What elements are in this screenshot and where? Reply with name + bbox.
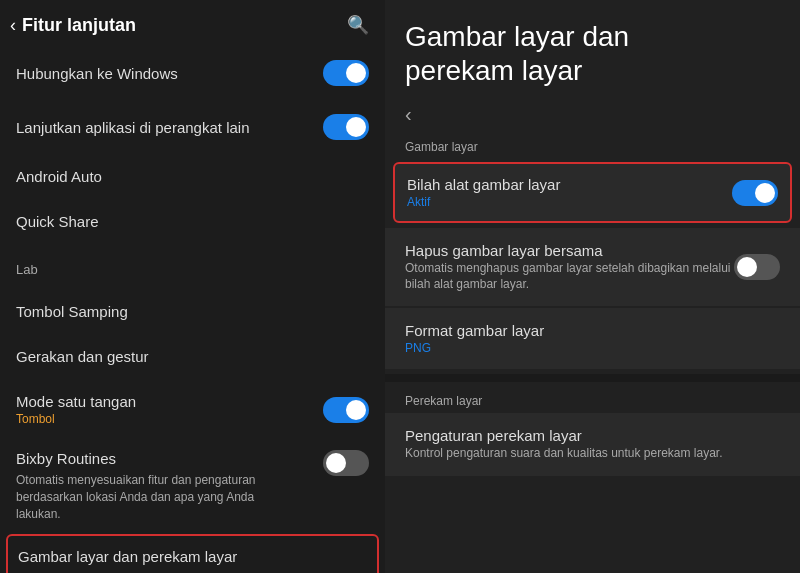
menu-item-label: Lanjutkan aplikasi di perangkat lain [16,119,250,136]
menu-item-label: Bixby Routines [16,450,116,467]
menu-item-label: Android Auto [16,168,102,185]
right-title-area: Gambar layar danperekam layar [385,0,800,97]
toggle-hubungkan[interactable] [323,60,369,86]
right-panel: Gambar layar danperekam layar ‹ Gambar l… [385,0,800,573]
bilah-content: Bilah alat gambar layar Aktif [407,176,560,209]
left-header-left: ‹ Fitur lanjutan [10,15,136,36]
setting-sub-active: Aktif [407,195,560,209]
left-header: ‹ Fitur lanjutan 🔍 [0,0,385,46]
menu-item-label: Hubungkan ke Windows [16,65,178,82]
toggle-hapus[interactable] [734,254,780,280]
setting-label: Pengaturan perekam layar [405,427,723,444]
bixby-content: Bixby Routines Otomatis menyesuaikan fit… [16,450,286,522]
toggle-bixby[interactable] [323,450,369,476]
sidebar-item-lanjutkan[interactable]: Lanjutkan aplikasi di perangkat lain [0,100,385,154]
section-perekam-label: Perekam layar [385,386,800,412]
sidebar-item-gerakan-gestur[interactable]: Gerakan dan gestur [0,334,385,379]
bixby-row: Bixby Routines Otomatis menyesuaikan fit… [16,450,369,522]
toggle-bilah-alat[interactable] [732,180,778,206]
sidebar-item-android-auto[interactable]: Android Auto [0,154,385,199]
section-gambar-label: Gambar layar [385,132,800,158]
toggle-mode-satu[interactable] [323,397,369,423]
bixby-desc: Otomatis menyesuaikan fitur dan pengatur… [16,472,286,522]
setting-format-gambar[interactable]: Format gambar layar PNG [385,308,800,369]
right-back-button[interactable]: ‹ [385,97,800,132]
mode-satu-content: Mode satu tangan Tombol [16,393,136,426]
menu-item-label: Mode satu tangan [16,393,136,410]
setting-pengaturan-perekam[interactable]: Pengaturan perekam layar Kontrol pengatu… [385,413,800,476]
setting-label: Hapus gambar layar bersama [405,242,734,259]
setting-desc: Otomatis menghapus gambar layar setelah … [405,261,734,292]
menu-item-label: Quick Share [16,213,99,230]
hapus-content: Hapus gambar layar bersama Otomatis meng… [405,242,734,292]
section-lab-label: Lab [0,252,385,281]
setting-label: Format gambar layar [405,322,544,339]
sidebar-item-hubungkan[interactable]: Hubungkan ke Windows [0,46,385,100]
sidebar-item-mode-satu[interactable]: Mode satu tangan Tombol [0,379,385,440]
toggle-lanjutkan[interactable] [323,114,369,140]
sidebar-item-tombol-samping[interactable]: Tombol Samping [0,289,385,334]
setting-label: Bilah alat gambar layar [407,176,560,193]
left-panel: ‹ Fitur lanjutan 🔍 Hubungkan ke Windows … [0,0,385,573]
setting-desc: Kontrol pengaturan suara dan kualitas un… [405,446,723,462]
menu-item-label: Tombol Samping [16,303,128,320]
back-arrow-icon[interactable]: ‹ [10,15,16,36]
sidebar-item-bixby[interactable]: Bixby Routines Otomatis menyesuaikan fit… [0,440,385,532]
right-divider [385,374,800,382]
perekam-content: Pengaturan perekam layar Kontrol pengatu… [405,427,723,462]
menu-item-label: Gambar layar dan perekam layar [18,548,237,565]
format-content: Format gambar layar PNG [405,322,544,355]
search-icon[interactable]: 🔍 [347,14,369,36]
left-panel-title: Fitur lanjutan [22,15,136,36]
setting-hapus-gambar[interactable]: Hapus gambar layar bersama Otomatis meng… [385,228,800,306]
sidebar-item-quick-share[interactable]: Quick Share [0,199,385,244]
setting-value: PNG [405,341,544,355]
setting-bilah-alat[interactable]: Bilah alat gambar layar Aktif [393,162,792,223]
sidebar-item-gambar-layar[interactable]: Gambar layar dan perekam layar [6,534,379,573]
right-panel-title: Gambar layar danperekam layar [405,20,780,87]
menu-item-label: Gerakan dan gestur [16,348,149,365]
menu-item-sub: Tombol [16,412,136,426]
